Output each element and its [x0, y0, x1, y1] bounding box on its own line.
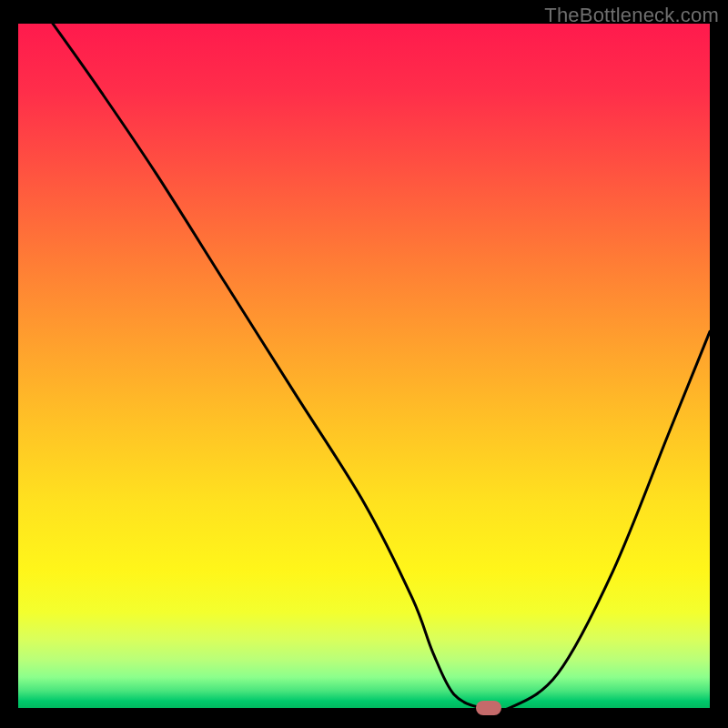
- plot-area: [18, 24, 710, 708]
- chart-frame: TheBottleneck.com: [0, 0, 728, 728]
- optimum-marker: [476, 701, 501, 715]
- curve-path: [53, 24, 710, 708]
- bottleneck-curve: [18, 24, 710, 708]
- watermark-text: TheBottleneck.com: [544, 4, 719, 27]
